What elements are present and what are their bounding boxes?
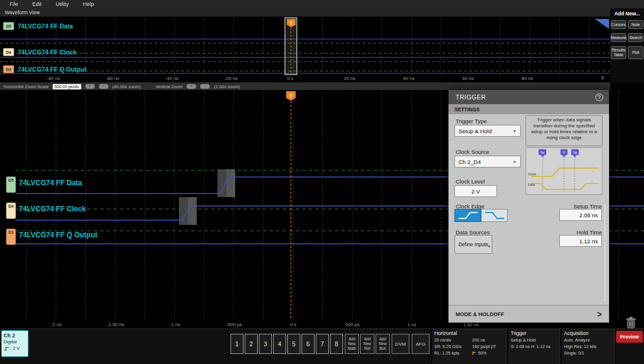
position-flag-icon xyxy=(472,351,477,356)
digital-bit-6-button[interactable]: 6 xyxy=(302,334,315,354)
trigger-type-dropdown[interactable]: Setup & Hold ▼ xyxy=(454,125,521,137)
waveform-overview-panel: D5 74LVCG74 FF Data D4 74LVCG74 FF Clock… xyxy=(0,17,610,83)
mode-holdoff-section[interactable]: MODE & HOLDOFF > xyxy=(448,305,609,323)
define-inputs-button[interactable]: Define Inputs ▸ xyxy=(454,235,492,254)
axis-tick: -20 ns xyxy=(213,76,249,81)
oscilloscope-app: File Edit Utility Help Waveform View xyxy=(0,0,644,364)
overview-grid xyxy=(0,17,610,75)
h-zoom-plus-button[interactable]: + xyxy=(85,84,95,89)
menu-utility[interactable]: Utility xyxy=(56,1,69,7)
setup-hold-diagram: Ts T Th Clock Data xyxy=(526,147,603,195)
cursors-button[interactable]: Cursors xyxy=(611,20,626,29)
hold-time-input[interactable]: 1.12 ns xyxy=(559,235,602,247)
add-new-ref-button[interactable]: Add New Ref xyxy=(360,334,374,354)
channel-badge-d3[interactable]: D3 xyxy=(3,65,14,73)
channel-badge-d5[interactable]: D5 xyxy=(6,176,16,193)
v-zoom-factor: (1.00x zoom) xyxy=(214,84,240,89)
axis-tick: 1.50 ns xyxy=(453,322,489,327)
clock-source-label: Clock Source xyxy=(456,149,489,155)
menu-file[interactable]: File xyxy=(9,1,18,7)
preview-button[interactable]: Preview xyxy=(616,331,643,343)
digital-bit-4-button[interactable]: 4 xyxy=(273,334,286,354)
setup-time-input[interactable]: 2.08 ns xyxy=(559,209,602,221)
trigger-settings-badge[interactable]: Trigger Setup & Hold S: 2.08 ns H: 1.12 … xyxy=(508,329,560,364)
channel-label-q-output[interactable]: 74LVCG74 FF Q Output xyxy=(19,231,97,239)
afg-button[interactable]: AFG xyxy=(412,334,430,354)
note-button[interactable]: Note xyxy=(628,20,643,29)
channel-2-level: : 2 V xyxy=(10,346,20,352)
clock-level-label: Clock Level xyxy=(456,178,485,185)
axis-tick: 80 ns xyxy=(510,76,545,81)
channel-badge-d5[interactable]: D5 xyxy=(3,22,14,30)
dvm-button[interactable]: DVM xyxy=(392,334,409,354)
trigger-type: Setup & Hold xyxy=(511,337,557,343)
channel-label-q-output[interactable]: 74LVCG74 FF Q Output xyxy=(18,66,86,73)
axis-tick: -500 ps xyxy=(216,322,252,327)
horizontal-settings-badge[interactable]: Horizontal 20 ns/div 200 ns SR: 6.25 GS/… xyxy=(431,329,507,364)
menu-help[interactable]: Help xyxy=(83,1,94,7)
falling-edge-button[interactable] xyxy=(481,209,508,222)
axis-tick: -80 ns xyxy=(36,76,71,81)
trigger-description: Trigger when data signals transition dur… xyxy=(526,115,603,146)
h-zoom-minus-button[interactable]: − xyxy=(99,84,108,89)
digital-bit-buttons: 1 2 3 4 5 6 7 8 xyxy=(230,334,343,354)
trash-icon xyxy=(623,315,639,330)
axis-tick: 40 ns xyxy=(391,76,427,81)
trigger-dialog-body: Trigger Type Setup & Hold ▼ Trigger when… xyxy=(448,114,609,305)
diagram-clock-label: Clock xyxy=(528,172,536,176)
channel-label-clock[interactable]: 74LVCG74 FF Clock xyxy=(19,205,86,213)
channel-2-badge[interactable]: Ch 2 Digital : 2 V xyxy=(1,330,28,357)
results-table-button[interactable]: Results Table xyxy=(611,46,626,59)
digital-bit-1-button[interactable]: 1 xyxy=(230,334,243,354)
channel-badge-d3[interactable]: D3 xyxy=(6,228,16,245)
digital-bit-3-button[interactable]: 3 xyxy=(259,334,272,354)
rising-edge-button[interactable] xyxy=(454,209,481,222)
v-zoom-minus-button[interactable]: − xyxy=(200,84,210,89)
trash-button[interactable] xyxy=(623,315,639,332)
plot-button[interactable]: Plot xyxy=(628,46,643,59)
digital-bit-5-button[interactable]: 5 xyxy=(287,334,300,354)
acquisition-single: Single: 0/1 xyxy=(564,350,611,356)
h-zoom-scale-label: Horizontal Zoom Scale xyxy=(4,84,49,89)
channel-label-clock[interactable]: 74LVCG74 FF Clock xyxy=(18,49,76,56)
mode-holdoff-label: MODE & HOLDOFF xyxy=(456,311,504,317)
add-new-bus-button[interactable]: Add New Bus xyxy=(376,334,390,354)
axis-tick: -1 ns xyxy=(157,322,193,327)
horizontal-position: 50% xyxy=(478,350,486,356)
digital-bit-7-button[interactable]: 7 xyxy=(316,334,329,354)
h-zoom-scale-value[interactable]: 500.00 ps/div xyxy=(53,84,81,89)
v-zoom-plus-button[interactable]: + xyxy=(187,84,196,89)
add-new-buttons: Add New Math Add New Ref Add New Bus xyxy=(345,334,390,354)
horizontal-title: Horizontal xyxy=(434,330,504,336)
acquisition-settings-badge[interactable]: Acquisition Auto, Analyze High Res: 12 b… xyxy=(561,329,614,364)
trigger-dialog-title: TRIGGER xyxy=(456,94,486,101)
expand-section-icon[interactable]: > xyxy=(597,310,602,319)
channel-label-data[interactable]: 74LVCG74 FF Data xyxy=(18,22,73,30)
digital-bit-8-button[interactable]: 8 xyxy=(330,334,343,354)
channel-badge-d4[interactable]: D4 xyxy=(6,202,16,219)
hold-zone-data xyxy=(226,169,235,197)
settings-section-header: SETTINGS xyxy=(448,104,609,114)
add-new-math-button[interactable]: Add New Math xyxy=(345,334,359,354)
waveform-view-header: Waveform View xyxy=(0,8,610,17)
clock-level-input[interactable]: 2 V xyxy=(454,185,497,197)
menu-edit[interactable]: Edit xyxy=(33,1,42,7)
axis-tick: -60 ns xyxy=(95,76,130,81)
h-zoom-factor: (40.00x zoom) xyxy=(113,84,141,89)
measure-button[interactable]: Measure xyxy=(611,33,626,42)
diagram-data-wave xyxy=(531,183,598,189)
clock-source-dropdown[interactable]: Ch 2_D4 ▼ xyxy=(454,156,521,167)
horizontal-window: 200 ns xyxy=(472,337,504,343)
digital-bit-2-button[interactable]: 2 xyxy=(245,334,258,354)
channel-badge-d4[interactable]: D4 xyxy=(3,48,14,56)
collapse-overview-icon[interactable]: ∨ xyxy=(601,75,605,80)
axis-tick: 20 ns xyxy=(332,76,367,81)
trigger-dialog-header[interactable]: TRIGGER ? xyxy=(448,90,609,104)
axis-tick: -1.50 ns xyxy=(98,322,133,327)
channel-label-data[interactable]: 74LVCG74 FF Data xyxy=(19,179,82,187)
falling-edge-icon xyxy=(483,210,507,221)
help-icon[interactable]: ? xyxy=(595,94,603,101)
search-button[interactable]: Search xyxy=(628,33,643,42)
setup-zone-data xyxy=(217,169,226,197)
scrollbar[interactable] xyxy=(604,203,605,301)
